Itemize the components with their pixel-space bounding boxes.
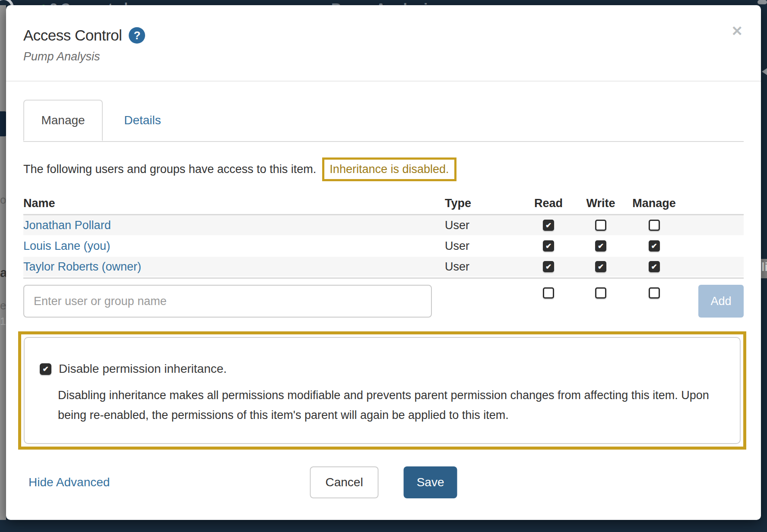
dialog-title: Access Control: [23, 27, 122, 44]
table-body: Jonathan Pollard User Louis Lane (you) U…: [23, 215, 744, 277]
manage-checkbox[interactable]: [649, 261, 660, 272]
inheritance-disabled-notice: Inheritance is disabled.: [322, 157, 456, 181]
column-header-write: Write: [586, 197, 615, 210]
table-row: Jonathan Pollard User: [23, 215, 744, 236]
background-text-fragment: al: [0, 265, 6, 280]
cancel-button[interactable]: Cancel: [310, 466, 379, 498]
table-header-row: Name Type Read Write Manage: [23, 192, 744, 214]
save-button[interactable]: Save: [404, 466, 457, 498]
read-checkbox[interactable]: [543, 261, 554, 272]
tab-details[interactable]: Details: [103, 100, 182, 141]
access-control-dialog: Access Control ? Pump Analysis ✕ Manage …: [6, 5, 761, 520]
write-checkbox[interactable]: [595, 220, 606, 231]
write-checkbox[interactable]: [595, 287, 606, 299]
background-text-fragment: ol: [0, 193, 6, 207]
background-corner-widget: [757, 0, 767, 4]
table-row: Louis Lane (you) User: [23, 236, 744, 257]
background-left-edge: ol al er 11: [0, 5, 6, 520]
add-user-row: Add: [23, 285, 744, 318]
user-type: User: [445, 219, 523, 232]
background-page-title: Pump Analysis: [0, 0, 767, 5]
background-top-bar: ✔3 Connected Pump Analysis: [0, 0, 767, 5]
column-header-read: Read: [534, 197, 563, 210]
table-divider: [23, 277, 744, 279]
inheritance-highlight-box: Disable permission inheritance. Disablin…: [18, 331, 746, 450]
column-header-manage: Manage: [632, 197, 676, 210]
dialog-footer: Hide Advanced Cancel Save: [23, 466, 744, 499]
read-checkbox[interactable]: [543, 287, 554, 299]
write-checkbox[interactable]: [595, 240, 606, 252]
close-icon[interactable]: ✕: [731, 24, 743, 38]
table-row: Taylor Roberts (owner) User: [23, 257, 744, 277]
user-search-input[interactable]: [23, 285, 432, 318]
access-intro-text: The following users and groups have acce…: [23, 163, 316, 176]
background-arrow-icon: [762, 68, 767, 75]
add-button[interactable]: Add: [698, 285, 744, 318]
tab-manage[interactable]: Manage: [23, 100, 103, 141]
disable-inheritance-label: Disable permission inheritance.: [59, 362, 227, 376]
background-right-edge: li: [761, 259, 767, 278]
column-header-type: Type: [445, 197, 523, 210]
dialog-subtitle: Pump Analysis: [23, 50, 744, 63]
write-checkbox[interactable]: [595, 261, 606, 272]
manage-checkbox[interactable]: [649, 287, 660, 299]
column-header-name: Name: [23, 197, 445, 210]
read-checkbox[interactable]: [543, 240, 554, 252]
background-text-fragment: li: [761, 261, 767, 274]
user-name-link[interactable]: Taylor Roberts (owner): [23, 260, 445, 274]
tab-bar: Manage Details: [23, 100, 744, 142]
user-type: User: [445, 260, 523, 274]
background-text-fragment: er: [0, 299, 6, 312]
manage-checkbox[interactable]: [649, 220, 660, 231]
user-type: User: [445, 239, 523, 253]
disable-inheritance-checkbox[interactable]: [40, 363, 51, 375]
read-checkbox[interactable]: [543, 220, 554, 231]
header-divider: [6, 81, 761, 82]
hide-advanced-link[interactable]: Hide Advanced: [29, 475, 110, 489]
permissions-table: Name Type Read Write Manage Jonathan Pol…: [23, 192, 744, 279]
inheritance-description: Disabling inheritance makes all permissi…: [58, 385, 712, 425]
background-button-fragment: [0, 111, 6, 136]
background-text-fragment: 11: [0, 315, 6, 327]
manage-checkbox[interactable]: [649, 240, 660, 252]
user-name-link[interactable]: Jonathan Pollard: [23, 219, 445, 232]
user-name-link[interactable]: Louis Lane (you): [23, 239, 445, 253]
advanced-panel: Disable permission inheritance. Disablin…: [24, 337, 741, 444]
dialog-header: Access Control ? Pump Analysis ✕: [6, 5, 761, 63]
help-icon[interactable]: ?: [129, 27, 145, 44]
